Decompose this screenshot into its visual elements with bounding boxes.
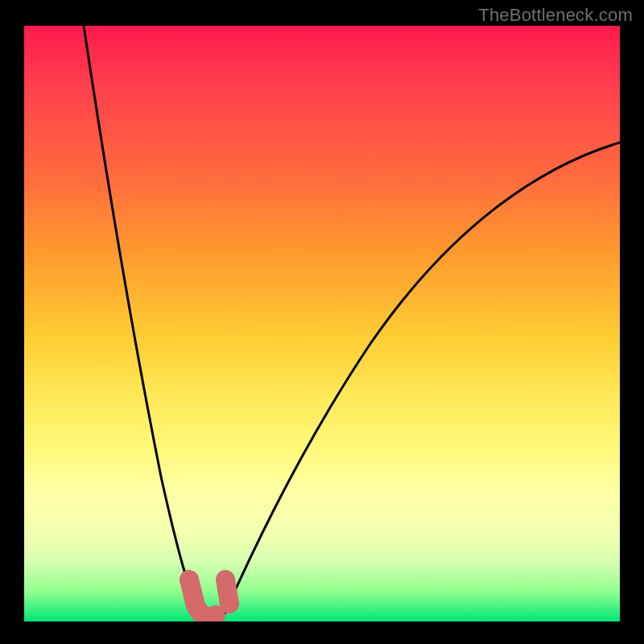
curve-left-branch	[84, 26, 201, 617]
trough-marker	[189, 580, 229, 617]
curve-right-branch	[223, 142, 620, 617]
bottleneck-curve	[24, 26, 620, 621]
watermark-text: TheBottleneck.com	[478, 5, 633, 26]
chart-frame	[24, 26, 620, 621]
